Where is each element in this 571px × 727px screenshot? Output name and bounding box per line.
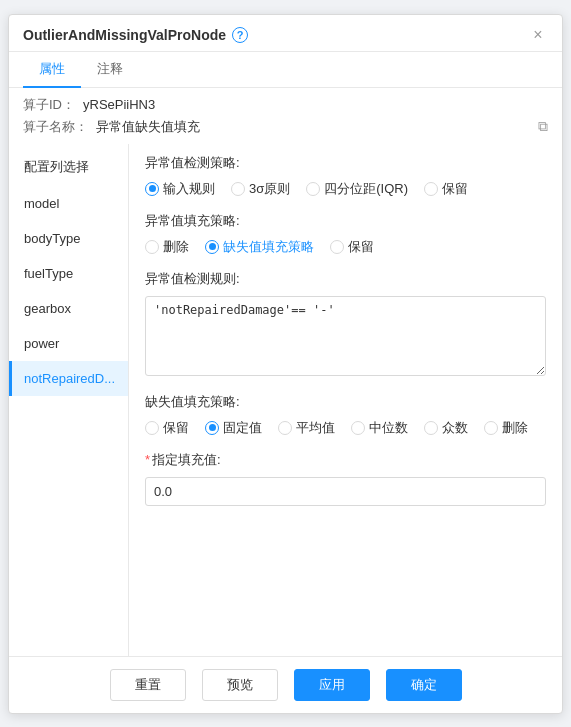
radio-missing-strategy-circle <box>205 240 219 254</box>
help-icon[interactable]: ? <box>232 27 248 43</box>
dialog-title: OutlierAndMissingValProNode ? <box>23 27 248 43</box>
outlier-detection-options: 输入规则 3σ原则 四分位距(IQR) 保留 <box>145 180 546 198</box>
radio-fixed-value[interactable]: 固定值 <box>205 419 262 437</box>
radio-delete-fill-label: 删除 <box>163 238 189 256</box>
sidebar-item-notrepairedd[interactable]: notRepairedD... <box>9 361 128 396</box>
algo-name-row: 算子名称： 异常值缺失值填充 ⧉ <box>23 118 548 136</box>
radio-fixed-value-circle <box>205 421 219 435</box>
radio-median-circle <box>351 421 365 435</box>
tab-comments[interactable]: 注释 <box>81 52 139 88</box>
radio-mean-circle <box>278 421 292 435</box>
algo-name-label: 算子名称： <box>23 118 88 136</box>
sidebar: 配置列选择 model bodyType fuelType gearbox po… <box>9 144 129 656</box>
radio-missing-keep-circle <box>145 421 159 435</box>
specified-fill-label: *指定填充值: <box>145 451 546 469</box>
radio-iqr-circle <box>306 182 320 196</box>
radio-mode[interactable]: 众数 <box>424 419 468 437</box>
outlier-rule-section: 异常值检测规则: 'notRepairedDamage'== '-' <box>145 270 546 379</box>
radio-keep-fill-label: 保留 <box>348 238 374 256</box>
algo-name-value: 异常值缺失值填充 <box>96 118 200 136</box>
algo-id-value: yRSePiiHN3 <box>83 97 155 112</box>
title-text: OutlierAndMissingValProNode <box>23 27 226 43</box>
radio-3sigma[interactable]: 3σ原则 <box>231 180 290 198</box>
sidebar-item-gearbox[interactable]: gearbox <box>9 291 128 326</box>
radio-missing-delete-circle <box>484 421 498 435</box>
apply-button[interactable]: 应用 <box>294 669 370 701</box>
radio-keep-fill-circle <box>330 240 344 254</box>
specified-fill-section: *指定填充值: <box>145 451 546 506</box>
missing-fill-title: 缺失值填充策略: <box>145 393 546 411</box>
dialog-footer: 重置 预览 应用 确定 <box>9 656 562 713</box>
radio-missing-delete[interactable]: 删除 <box>484 419 528 437</box>
radio-delete-fill[interactable]: 删除 <box>145 238 189 256</box>
radio-missing-strategy-label: 缺失值填充策略 <box>223 238 314 256</box>
right-panel: 异常值检测策略: 输入规则 3σ原则 四分位距(IQR) <box>129 144 562 656</box>
outlier-fill-options: 删除 缺失值填充策略 保留 <box>145 238 546 256</box>
missing-fill-section: 缺失值填充策略: 保留 固定值 平均值 <box>145 393 546 437</box>
radio-delete-fill-circle <box>145 240 159 254</box>
specified-fill-input[interactable] <box>145 477 546 506</box>
confirm-button[interactable]: 确定 <box>386 669 462 701</box>
main-dialog: OutlierAndMissingValProNode ? × 属性 注释 算子… <box>8 14 563 714</box>
radio-missing-keep[interactable]: 保留 <box>145 419 189 437</box>
sidebar-item-model[interactable]: model <box>9 186 128 221</box>
radio-iqr[interactable]: 四分位距(IQR) <box>306 180 408 198</box>
copy-icon[interactable]: ⧉ <box>538 118 548 135</box>
radio-keep-detection-label: 保留 <box>442 180 468 198</box>
radio-keep-fill[interactable]: 保留 <box>330 238 374 256</box>
radio-median[interactable]: 中位数 <box>351 419 408 437</box>
radio-mean-label: 平均值 <box>296 419 335 437</box>
radio-mean[interactable]: 平均值 <box>278 419 335 437</box>
outlier-fill-section: 异常值填充策略: 删除 缺失值填充策略 保留 <box>145 212 546 256</box>
radio-3sigma-circle <box>231 182 245 196</box>
sidebar-item-power[interactable]: power <box>9 326 128 361</box>
missing-fill-options: 保留 固定值 平均值 中位数 <box>145 419 546 437</box>
radio-fixed-value-label: 固定值 <box>223 419 262 437</box>
radio-missing-delete-label: 删除 <box>502 419 528 437</box>
info-section: 算子ID： yRSePiiHN3 算子名称： 异常值缺失值填充 ⧉ <box>9 88 562 140</box>
close-icon[interactable]: × <box>528 25 548 45</box>
sidebar-item-bodytype[interactable]: bodyType <box>9 221 128 256</box>
tab-properties[interactable]: 属性 <box>23 52 81 88</box>
algo-id-row: 算子ID： yRSePiiHN3 <box>23 96 548 114</box>
radio-3sigma-label: 3σ原则 <box>249 180 290 198</box>
radio-keep-detection-circle <box>424 182 438 196</box>
sidebar-item-config[interactable]: 配置列选择 <box>9 148 128 186</box>
radio-input-rule-circle <box>145 182 159 196</box>
radio-mode-circle <box>424 421 438 435</box>
radio-missing-strategy[interactable]: 缺失值填充策略 <box>205 238 314 256</box>
preview-button[interactable]: 预览 <box>202 669 278 701</box>
sidebar-item-fueltype[interactable]: fuelType <box>9 256 128 291</box>
outlier-rule-textarea[interactable]: 'notRepairedDamage'== '-' <box>145 296 546 376</box>
radio-input-rule[interactable]: 输入规则 <box>145 180 215 198</box>
dialog-header: OutlierAndMissingValProNode ? × <box>9 15 562 52</box>
radio-iqr-label: 四分位距(IQR) <box>324 180 408 198</box>
radio-median-label: 中位数 <box>369 419 408 437</box>
outlier-fill-title: 异常值填充策略: <box>145 212 546 230</box>
outlier-detection-section: 异常值检测策略: 输入规则 3σ原则 四分位距(IQR) <box>145 154 546 198</box>
radio-input-rule-label: 输入规则 <box>163 180 215 198</box>
algo-id-label: 算子ID： <box>23 96 75 114</box>
reset-button[interactable]: 重置 <box>110 669 186 701</box>
radio-missing-keep-label: 保留 <box>163 419 189 437</box>
tab-bar: 属性 注释 <box>9 52 562 88</box>
main-content: 配置列选择 model bodyType fuelType gearbox po… <box>9 140 562 656</box>
required-star: * <box>145 452 150 467</box>
outlier-detection-title: 异常值检测策略: <box>145 154 546 172</box>
radio-mode-label: 众数 <box>442 419 468 437</box>
outlier-rule-title: 异常值检测规则: <box>145 270 546 288</box>
radio-keep-detection[interactable]: 保留 <box>424 180 468 198</box>
